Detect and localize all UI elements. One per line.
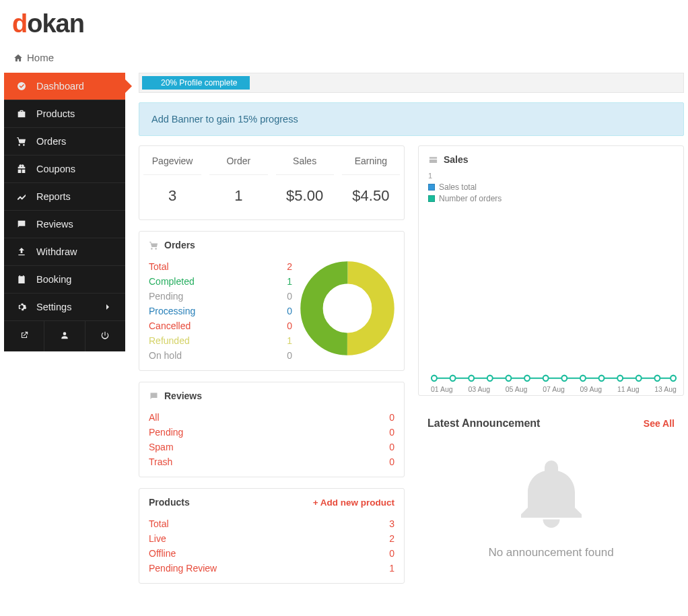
order-val[interactable]: 1: [287, 276, 292, 287]
svg-point-3: [432, 376, 437, 381]
see-all-link[interactable]: See All: [644, 418, 675, 429]
product-val[interactable]: 3: [389, 518, 394, 529]
review-row-all[interactable]: All: [149, 412, 160, 423]
sidebar-item-reviews[interactable]: Reviews: [4, 211, 125, 238]
gear-icon: [16, 302, 27, 312]
product-val[interactable]: 2: [389, 533, 394, 544]
product-row-total[interactable]: Total: [149, 518, 169, 529]
review-val[interactable]: 0: [389, 442, 394, 452]
calendar-icon: [16, 274, 27, 285]
sidebar-item-coupons[interactable]: Coupons: [4, 156, 125, 183]
sales-panel: Sales 1 Sales total Number of orders: [418, 145, 684, 396]
order-row-processing[interactable]: Processing: [149, 306, 195, 316]
svg-point-13: [617, 376, 623, 381]
order-row-total[interactable]: Total: [149, 261, 169, 272]
svg-point-6: [487, 376, 493, 381]
sidebar-action-row: [4, 321, 125, 351]
stat-value: $5.00: [276, 187, 334, 205]
sidebar-action-power[interactable]: [85, 321, 125, 351]
order-val[interactable]: 1: [287, 335, 292, 346]
sidebar-label: Orders: [36, 136, 66, 147]
sidebar-label: Reviews: [36, 219, 73, 230]
sidebar-item-booking[interactable]: Booking: [4, 266, 125, 294]
review-val[interactable]: 0: [389, 456, 394, 467]
external-icon: [20, 331, 29, 340]
sidebar-label: Dashboard: [36, 81, 84, 92]
order-row-cancelled[interactable]: Cancelled: [149, 320, 191, 331]
stat-label: Sales: [276, 156, 334, 175]
add-new-product-link[interactable]: + Add new product: [313, 498, 394, 508]
dashboard-icon: [16, 81, 27, 92]
order-val[interactable]: 0: [287, 291, 292, 302]
sales-chart: 01 Aug 03 Aug 05 Aug 07 Aug 09 Aug 11 Au…: [419, 207, 683, 395]
order-row-refunded[interactable]: Refunded: [149, 335, 190, 346]
logo-bar: dokan: [0, 0, 688, 45]
logo[interactable]: dokan: [12, 9, 84, 38]
sidebar-item-products[interactable]: Products: [4, 100, 125, 128]
svg-point-15: [654, 376, 660, 381]
order-row-completed[interactable]: Completed: [149, 276, 195, 287]
order-val[interactable]: 2: [287, 261, 292, 272]
order-row-pending[interactable]: Pending: [149, 291, 183, 302]
comment-icon: [149, 391, 159, 401]
svg-point-14: [636, 376, 642, 381]
svg-point-8: [524, 376, 530, 381]
legend-label: Number of orders: [439, 194, 502, 203]
sidebar-item-reports[interactable]: Reports: [4, 183, 125, 211]
sidebar-label: Products: [36, 108, 75, 119]
orders-donut-chart: [300, 261, 394, 355]
product-val[interactable]: 1: [389, 563, 394, 574]
review-val[interactable]: 0: [389, 427, 394, 438]
sidebar-item-orders[interactable]: Orders: [4, 128, 125, 156]
review-val[interactable]: 0: [389, 412, 394, 423]
logo-d: d: [12, 9, 27, 38]
stat-pageview: Pageview 3: [139, 146, 205, 219]
sidebar-label: Booking: [36, 274, 71, 285]
upload-icon: [16, 246, 27, 257]
order-val[interactable]: 0: [287, 320, 292, 331]
product-val[interactable]: 0: [389, 548, 394, 559]
empty-announcement-text: No announcement found: [425, 546, 677, 559]
stat-value: $4.50: [342, 187, 400, 205]
card-icon: [428, 155, 438, 165]
review-row-trash[interactable]: Trash: [149, 456, 172, 467]
breadcrumb[interactable]: Home: [0, 45, 688, 73]
svg-point-5: [469, 376, 474, 381]
power-icon: [100, 331, 110, 340]
legend-swatch-teal: [428, 195, 435, 202]
order-row-onhold[interactable]: On hold: [149, 350, 182, 361]
sidebar-item-settings[interactable]: Settings: [4, 294, 125, 321]
sidebar-item-withdraw[interactable]: Withdraw: [4, 238, 125, 266]
sidebar-action-user[interactable]: [44, 321, 85, 351]
review-row-pending[interactable]: Pending: [149, 427, 183, 438]
product-row-live[interactable]: Live: [149, 533, 166, 544]
x-tick: 01 Aug: [431, 385, 453, 393]
stat-value: 1: [209, 187, 267, 205]
x-tick: 03 Aug: [468, 385, 490, 393]
x-tick: 07 Aug: [543, 385, 565, 393]
announcement-panel: Latest Announcement See All No announcem…: [418, 407, 684, 576]
sidebar-label: Withdraw: [36, 246, 77, 257]
stat-label: Pageview: [143, 156, 201, 175]
stat-sales: Sales $5.00: [272, 146, 338, 219]
cart-icon: [149, 240, 159, 250]
svg-point-11: [580, 376, 586, 381]
product-row-offline[interactable]: Offline: [149, 548, 176, 559]
content-area: 20% Profile complete Add Banner to gain …: [139, 73, 684, 584]
bell-icon: [511, 454, 592, 535]
stat-label: Order: [209, 156, 267, 175]
sidebar-item-dashboard[interactable]: Dashboard: [4, 73, 125, 100]
order-val[interactable]: 0: [287, 350, 292, 361]
orders-panel: Orders Total2 Completed1 Pending0 Proces…: [139, 231, 405, 371]
briefcase-icon: [16, 108, 27, 119]
chart-legend: 1 Sales total Number of orders: [419, 169, 683, 207]
product-row-pending[interactable]: Pending Review: [149, 563, 217, 574]
x-tick: 13 Aug: [654, 385, 677, 393]
svg-point-16: [670, 376, 676, 381]
order-val[interactable]: 0: [287, 306, 292, 316]
sidebar-label: Coupons: [36, 164, 75, 174]
sidebar-action-external[interactable]: [4, 321, 44, 351]
review-row-spam[interactable]: Spam: [149, 442, 174, 452]
reviews-panel: Reviews All0 Pending0 Spam0 Trash0: [139, 382, 405, 477]
cart-icon: [16, 136, 27, 147]
